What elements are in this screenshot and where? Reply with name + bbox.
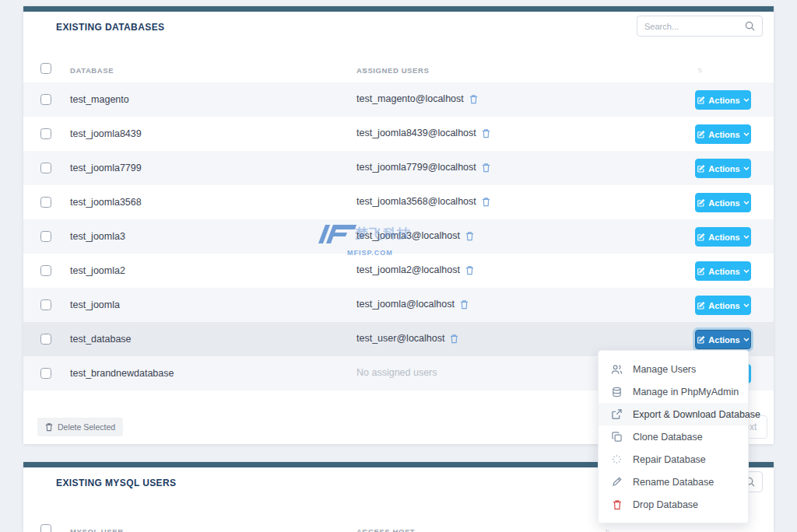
menu-item-drop-database[interactable]: Drop Database (599, 493, 748, 516)
unassign-user-icon[interactable] (460, 299, 469, 310)
table-row: test_magento test_magento@localhost Acti… (23, 82, 774, 117)
row-checkbox[interactable] (40, 265, 51, 276)
unassign-user-icon[interactable] (450, 334, 458, 344)
chevron-down-icon (743, 269, 750, 273)
panel-title: EXISTING DATABASES (56, 22, 164, 33)
unassign-user-icon[interactable] (482, 197, 490, 207)
assigned-user: test_joomla@localhost (356, 299, 455, 310)
row-checkbox[interactable] (40, 94, 51, 105)
table-row: test_joomla test_joomla@localhost Action… (23, 288, 774, 322)
table-header: DATABASE ↑↓ ASSIGNED USERS ↑↓ (23, 61, 774, 81)
assigned-user: test_joomla3@localhost (356, 230, 460, 241)
repair-icon (611, 454, 623, 464)
menu-item-repair-database[interactable]: Repair Database (599, 448, 748, 471)
users-icon (611, 364, 623, 375)
actions-button[interactable]: Actions (695, 159, 751, 178)
chevron-down-icon (743, 338, 750, 341)
column-header-mysql-user[interactable]: MYSQL USER (70, 527, 124, 532)
unassign-user-icon[interactable] (469, 94, 478, 104)
menu-item-export-download[interactable]: Export & Download Database (599, 403, 748, 425)
actions-button[interactable]: Actions (695, 193, 751, 212)
row-checkbox[interactable] (40, 231, 51, 242)
table-row: test_joomla3568 test_joomla3568@localhos… (23, 185, 774, 219)
edit-icon (697, 198, 705, 207)
database-name: test_joomla3 (70, 231, 125, 242)
export-icon (611, 409, 623, 419)
edit-icon (697, 96, 705, 104)
table-row: test_joomla7799 test_joomla7799@localhos… (23, 151, 774, 185)
select-all-checkbox[interactable] (40, 63, 51, 74)
database-table-body: test_magento test_magento@localhost Acti… (23, 82, 774, 390)
database-name: test_joomla8439 (70, 128, 142, 139)
menu-item-rename-database[interactable]: Rename Database (599, 471, 748, 493)
database-name: test_joomla7799 (70, 163, 142, 173)
drop-trash-icon (611, 499, 623, 510)
table-row: test_joomla3 test_joomla3@localhost Acti… (23, 219, 774, 254)
sort-icon[interactable]: ↑↓ (697, 66, 701, 74)
database-name: test_joomla3568 (70, 197, 142, 208)
assigned-user: test_joomla8439@localhost (356, 128, 476, 138)
edit-icon (697, 301, 705, 310)
database-name: test_joomla2 (70, 265, 125, 276)
assigned-user: test_joomla7799@localhost (356, 162, 476, 173)
menu-item-clone-database[interactable]: Clone Database (599, 425, 748, 448)
row-checkbox[interactable] (40, 299, 51, 310)
database-name: test_brandnewdatabase (70, 368, 174, 379)
menu-item-manage-users[interactable]: Manage Users (599, 358, 748, 380)
column-header-access-host[interactable]: ACCESS HOST (356, 527, 415, 532)
row-checkbox[interactable] (40, 128, 51, 139)
database-name: test_database (70, 334, 132, 345)
table-row: test_joomla8439 test_joomla8439@localhos… (23, 117, 774, 151)
panel-title: EXISTING MYSQL USERS (56, 478, 176, 488)
unassign-user-icon[interactable] (465, 265, 474, 275)
actions-button[interactable]: Actions (695, 227, 751, 247)
table-row: test_joomla2 test_joomla2@localhost Acti… (23, 254, 774, 288)
assigned-user-empty: No assigned users (356, 367, 437, 378)
column-header-database[interactable]: DATABASE (70, 66, 114, 75)
row-checkbox[interactable] (40, 368, 51, 379)
actions-button[interactable]: Actions (695, 261, 751, 281)
database-name: test_joomla (70, 299, 120, 310)
assigned-user: test_user@localhost (356, 333, 444, 344)
assigned-user: test_magento@localhost (356, 93, 464, 104)
search-input[interactable] (644, 22, 745, 31)
actions-button-open[interactable]: Actions (695, 330, 751, 349)
unassign-user-icon[interactable] (482, 128, 490, 138)
row-checkbox[interactable] (40, 334, 51, 345)
edit-icon (697, 335, 705, 344)
assigned-user: test_joomla2@localhost (356, 264, 460, 275)
actions-button[interactable]: Actions (695, 90, 751, 110)
edit-icon (697, 233, 705, 241)
search-icon (745, 21, 755, 31)
chevron-down-icon (743, 166, 750, 170)
menu-item-manage-phpmyadmin[interactable]: Manage in PhpMyAdmin (599, 380, 748, 403)
database-icon (611, 387, 623, 397)
unassign-user-icon[interactable] (465, 231, 474, 241)
unassign-user-icon[interactable] (482, 163, 490, 173)
select-all-checkbox[interactable] (40, 524, 51, 532)
column-header-assigned-users[interactable]: ASSIGNED USERS (356, 66, 429, 75)
edit-icon (697, 130, 705, 138)
database-name: test_magento (70, 94, 129, 105)
rename-icon (611, 477, 623, 487)
assigned-user: test_joomla3568@localhost (356, 196, 476, 207)
chevron-down-icon (743, 235, 750, 239)
row-checkbox[interactable] (40, 197, 51, 208)
edit-icon (697, 164, 705, 173)
actions-button[interactable]: Actions (695, 124, 751, 144)
search-box (637, 16, 763, 37)
row-checkbox[interactable] (40, 163, 51, 173)
actions-button[interactable]: Actions (695, 296, 751, 315)
chevron-down-icon (743, 98, 750, 102)
edit-icon (697, 267, 705, 275)
clone-icon (611, 432, 623, 442)
actions-dropdown-menu: Manage Users Manage in PhpMyAdmin Export… (598, 350, 749, 523)
trash-icon (45, 422, 53, 432)
delete-selected-button[interactable]: Delete Selected (37, 418, 123, 436)
chevron-down-icon (743, 303, 750, 307)
sort-icon[interactable]: ↑↓ (605, 527, 609, 532)
chevron-down-icon (743, 201, 750, 205)
chevron-down-icon (743, 132, 750, 136)
